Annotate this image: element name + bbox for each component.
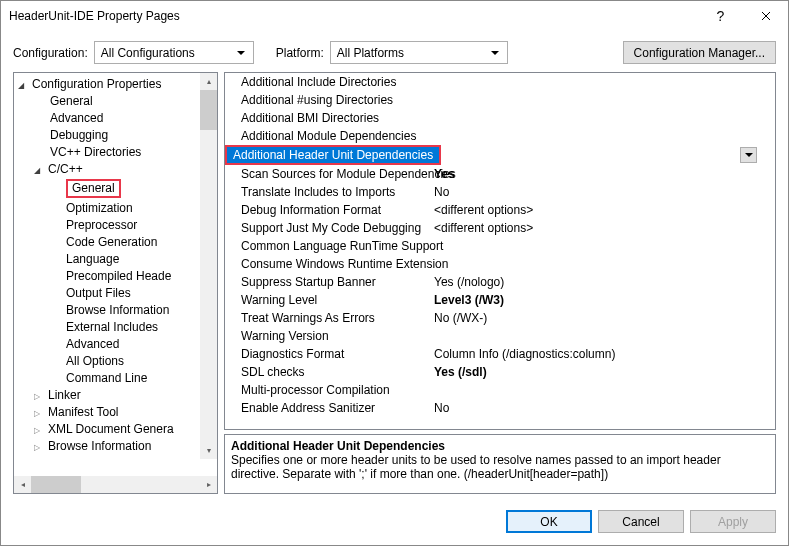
titlebar: HeaderUnit-IDE Property Pages ? [1,1,788,31]
tree-item-ccpp-pch[interactable]: Precompiled Heade [14,267,217,284]
scroll-right-icon: ▸ [200,480,217,489]
tree-item-ccpp-extincl[interactable]: External Includes [14,318,217,335]
tree-item-ccpp-allopts[interactable]: All Options [14,352,217,369]
close-button[interactable] [743,1,788,31]
tree-item-ccpp[interactable]: C/C++ [14,160,217,177]
config-bar: Configuration: All Configurations Platfo… [1,31,788,72]
scroll-thumb[interactable] [200,90,217,130]
caret-closed-icon [34,439,48,453]
help-button[interactable]: ? [698,1,743,31]
apply-button[interactable]: Apply [690,510,776,533]
tree-item-ccpp-language[interactable]: Language [14,250,217,267]
prop-row-selected[interactable]: Additional Header Unit Dependencies [229,146,757,164]
prop-row[interactable]: Additional BMI Directories [225,109,775,127]
tree-item-advanced[interactable]: Advanced [14,109,217,126]
tree-item-general[interactable]: General [14,92,217,109]
ok-button[interactable]: OK [506,510,592,533]
platform-select[interactable]: All Platforms [330,41,508,64]
tree-item-ccpp-codegen[interactable]: Code Generation [14,233,217,250]
tree-item-ccpp-optimization[interactable]: Optimization [14,199,217,216]
prop-row[interactable]: Support Just My Code Debugging<different… [225,219,775,237]
tree-scrollbar-horizontal[interactable]: ◂ ▸ [14,476,217,493]
tree-panel: Configuration Properties General Advance… [13,72,218,494]
tree-item-xmldoc[interactable]: XML Document Genera [14,420,217,437]
prop-row[interactable]: Diagnostics FormatColumn Info (/diagnost… [225,345,775,363]
caret-open-icon [18,77,32,91]
prop-row[interactable]: SDL checksYes (/sdl) [225,363,775,381]
prop-row[interactable]: Multi-processor Compilation [225,381,775,399]
description-text: Specifies one or more header units to be… [231,453,769,481]
prop-row[interactable]: Translate Includes to ImportsNo [225,183,775,201]
tree-item-ccpp-advanced[interactable]: Advanced [14,335,217,352]
prop-row[interactable]: Consume Windows Runtime Extension [225,255,775,273]
caret-closed-icon [34,388,48,402]
scroll-thumb[interactable] [31,476,81,493]
prop-row[interactable]: Debug Information Format<different optio… [225,201,775,219]
platform-label: Platform: [276,46,324,60]
tree-item-ccpp-preprocessor[interactable]: Preprocessor [14,216,217,233]
prop-row[interactable]: Treat Warnings As ErrorsNo (/WX-) [225,309,775,327]
prop-row[interactable]: Common Language RunTime Support [225,237,775,255]
selected-prop-label: Additional Header Unit Dependencies [225,145,441,165]
caret-open-icon [34,162,48,176]
tree-item-ccpp-output[interactable]: Output Files [14,284,217,301]
property-grid: Additional Include Directories Additiona… [224,72,776,430]
prop-row[interactable]: Additional #using Directories [225,91,775,109]
tree-scrollbar-vertical[interactable]: ▴ ▾ [200,73,217,459]
prop-row[interactable]: Additional Include Directories [225,73,775,91]
configuration-manager-button[interactable]: Configuration Manager... [623,41,776,64]
footer: OK Cancel Apply [1,502,788,545]
tree-item-vcdirs[interactable]: VC++ Directories [14,143,217,160]
close-icon [761,11,771,21]
tree-item-browseinfo[interactable]: Browse Information [14,437,217,454]
prop-row[interactable]: Warning Version [225,327,775,345]
prop-row[interactable]: Scan Sources for Module DependenciesYes [225,165,775,183]
prop-row[interactable]: Additional Module Dependencies [225,127,775,145]
dropdown-button[interactable] [740,147,757,163]
configuration-select[interactable]: All Configurations [94,41,254,64]
tree-item-config-props[interactable]: Configuration Properties [14,75,217,92]
scroll-up-icon: ▴ [200,73,217,90]
tree-item-manifest[interactable]: Manifest Tool [14,403,217,420]
tree-item-debugging[interactable]: Debugging [14,126,217,143]
tree-item-ccpp-general[interactable]: General [14,177,217,199]
tree-item-ccpp-cmdline[interactable]: Command Line [14,369,217,386]
cancel-button[interactable]: Cancel [598,510,684,533]
prop-row[interactable]: Suppress Startup BannerYes (/nologo) [225,273,775,291]
caret-closed-icon [34,422,48,436]
scroll-down-icon: ▾ [200,442,217,459]
prop-row[interactable]: Enable Address SanitizerNo [225,399,775,417]
description-panel: Additional Header Unit Dependencies Spec… [224,434,776,494]
tree-item-linker[interactable]: Linker [14,386,217,403]
scroll-left-icon: ◂ [14,480,31,489]
description-title: Additional Header Unit Dependencies [231,439,769,453]
tree-item-ccpp-browse[interactable]: Browse Information [14,301,217,318]
caret-closed-icon [34,405,48,419]
prop-row[interactable]: Warning LevelLevel3 (/W3) [225,291,775,309]
configuration-label: Configuration: [13,46,88,60]
window-title: HeaderUnit-IDE Property Pages [9,9,698,23]
